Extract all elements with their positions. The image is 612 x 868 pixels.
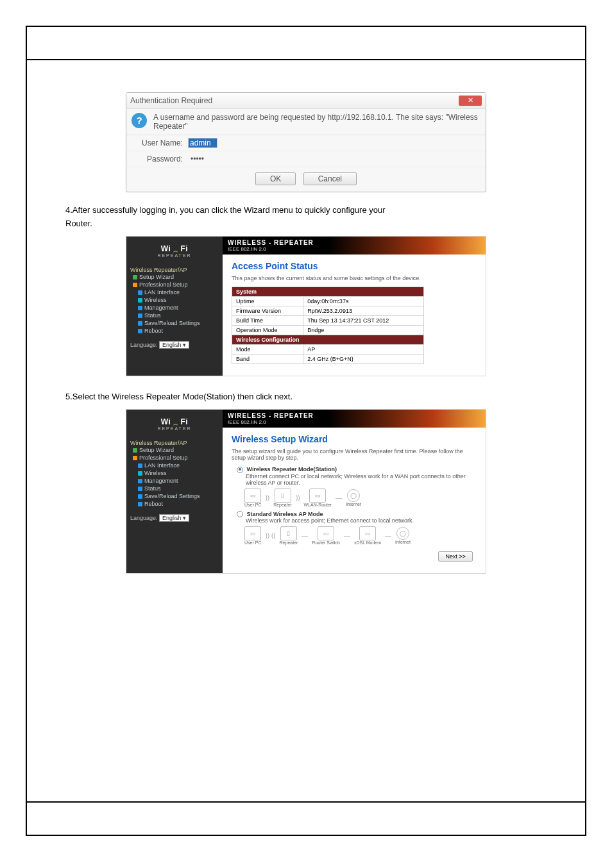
router-main: WIRELESS - REPEATER IEEE 802.IIN 2.0 Acc… [223,237,486,376]
page-frame: Authentication Required ✕ ? A username a… [26,26,586,836]
modem-icon: ▭ [359,526,376,540]
wizard-icon [133,448,137,453]
opt1-title: Wireless Repeater Mode(Station) [247,466,337,472]
wizard-option-ap[interactable]: Standard Wireless AP Mode Wireless work … [237,511,477,524]
wizard-option-repeater[interactable]: Wireless Repeater Mode(Station) Ethernet… [237,466,477,486]
instruction-step-5: 5.Select the Wireless Repeater Mode(Stat… [65,392,547,401]
router-banner: WIRELESS - REPEATER IEEE 802.IIN 2.0 [223,410,486,428]
nav-reboot[interactable]: Reboot [130,327,219,335]
router-logo: Wi ⌢ Fi REPEATER [130,240,219,264]
nav-lan-interface[interactable]: LAN Interface [130,288,219,296]
nav-status[interactable]: Status [130,312,219,319]
gear-icon [133,283,137,287]
opt2-desc: Wireless work for access point; Ethernet… [246,517,477,524]
auth-dialog: Authentication Required ✕ ? A username a… [126,92,486,192]
globe-icon: ◯ [347,489,360,502]
language-select[interactable]: English ▾ [159,341,189,349]
page-icon [138,487,142,491]
nav-save-reload[interactable]: Save/Reload Settings [130,319,219,327]
table-row: ModeAP [232,345,424,355]
page-icon [138,329,142,333]
switch-icon: ▭ [318,526,334,540]
router-icon: ▭ [309,488,326,503]
nav-reboot[interactable]: Reboot [130,500,219,508]
wifi-arc-icon: ⌢ [173,248,178,253]
router-sidebar: Wi ⌢ Fi REPEATER Wireless Repeater/AP Se… [126,237,223,376]
opt2-title: Standard Wireless AP Mode [247,511,323,517]
username-input[interactable]: admin [188,138,217,148]
page-icon [138,479,142,483]
diagram-ap: ▭User PC )) (( ▯Repeater — ▭Router Switc… [244,526,477,545]
table-row: Operation ModeBridge [232,326,424,335]
page-icon [138,502,142,506]
page-icon [138,463,142,468]
next-button[interactable]: Next >> [438,551,473,562]
table-row: Uptime0day:0h:0m:37s [232,297,424,306]
page-icon [138,471,142,476]
nav-professional-setup[interactable]: Professional Setup [130,281,219,288]
nav-wireless[interactable]: Wireless [130,296,219,304]
nav-status[interactable]: Status [130,485,219,492]
ok-button[interactable]: OK [255,172,296,185]
wifi-signal-icon: )) (( [265,532,275,539]
table-row: Build TimeThu Sep 13 14:37:21 CST 2012 [232,316,424,326]
wifi-signal-icon: )) [296,494,300,501]
language-label: Language: [130,342,158,348]
banner-sub: IEEE 802.IIN 2.0 [228,419,480,425]
nav-save-reload[interactable]: Save/Reload Settings [130,492,219,500]
nav-professional-setup[interactable]: Professional Setup [130,454,219,462]
globe-icon: ◯ [396,527,409,540]
page-footer-rule [27,801,585,835]
nav-setup-wizard[interactable]: Setup Wizard [130,446,219,454]
nav-wireless[interactable]: Wireless [130,469,219,477]
logo-sub: REPEATER [130,253,219,258]
radio-unchecked-icon[interactable] [237,511,243,517]
instruction-step-4a: 4.After successfully logging in, you can… [65,205,547,215]
nav-management[interactable]: Management [130,477,219,485]
question-icon: ? [132,113,147,128]
router-banner: WIRELESS - REPEATER IEEE 802.IIN 2.0 [223,237,486,255]
opt1-desc: Ethernet connect PC or local network; Wi… [246,473,477,486]
router-sidebar-2: Wi ⌢ Fi REPEATER Wireless Repeater/AP Se… [126,410,223,573]
close-icon[interactable]: ✕ [459,96,482,106]
gear-icon [133,456,137,460]
language-select[interactable]: English ▾ [159,514,189,522]
status-title: Access Point Status [232,261,477,271]
status-content: Access Point Status This page shows the … [223,255,486,371]
router-status-screenshot: Wi ⌢ Fi REPEATER Wireless Repeater/AP Se… [126,236,486,376]
logo-fi: Fi [181,244,189,253]
auth-titlebar: Authentication Required ✕ [126,93,486,109]
table-row: Firmware VersionRptW.253.2.0913 [232,306,424,316]
language-label: Language: [130,515,158,521]
page-icon [138,298,142,303]
laptop-icon: ▭ [244,488,261,503]
router-wizard-screenshot: Wi ⌢ Fi REPEATER Wireless Repeater/AP Se… [126,409,486,574]
banner-title: WIRELESS - REPEATER [228,412,480,419]
section-wireless: Wireless Configuration [232,335,424,345]
wizard-content: Wireless Setup Wizard The setup wizard w… [223,428,486,568]
nav-management[interactable]: Management [130,304,219,312]
nav-heading: Wireless Repeater/AP [130,267,219,273]
auth-message: A username and password are being reques… [153,113,480,131]
router-logo: Wi ⌢ Fi REPEATER [130,413,219,437]
nav-heading: Wireless Repeater/AP [130,440,219,446]
wizard-icon [133,275,137,280]
page-icon [138,321,142,326]
logo-wi: Wi [161,244,171,253]
page-header-rule [27,27,585,60]
language-row: Language: English ▾ [130,514,219,522]
repeater-icon: ▯ [280,526,297,540]
nav-setup-wizard[interactable]: Setup Wizard [130,273,219,281]
password-input[interactable]: ••••• [188,154,225,164]
wifi-arc-icon: ⌢ [173,421,178,426]
nav-lan-interface[interactable]: LAN Interface [130,462,219,469]
auth-body: ? A username and password are being requ… [126,109,486,135]
laptop-icon: ▭ [244,526,261,540]
radio-checked-icon[interactable] [237,467,243,473]
page-icon [138,306,142,310]
cancel-button[interactable]: Cancel [303,172,357,185]
status-note: This page shows the current status and s… [232,275,477,281]
language-row: Language: English ▾ [130,341,219,349]
page-icon [138,313,142,318]
instruction-step-4b: Router. [65,219,547,228]
